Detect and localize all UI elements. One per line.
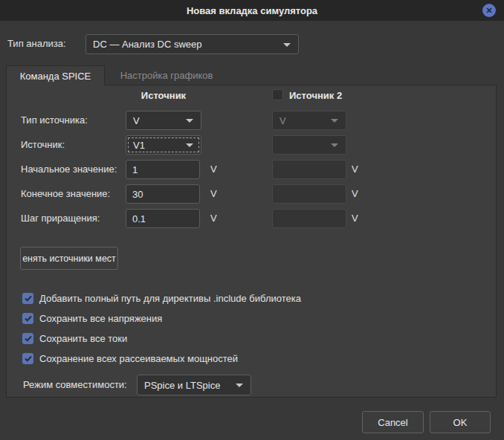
start-value-input[interactable] xyxy=(126,160,200,179)
chevron-down-icon xyxy=(186,143,193,147)
source2-select xyxy=(272,135,346,155)
option-include-path-label: Добавить полный путь для директивы .incl… xyxy=(39,293,301,304)
source2-header: Источник 2 xyxy=(289,88,342,103)
analysis-type-value: DC — Анализ DC sweep xyxy=(93,39,201,50)
step-unit2-label: V xyxy=(352,209,358,228)
tab-graph-settings-label: Настройка графиков xyxy=(120,70,213,81)
step-value-label: Шаг приращения: xyxy=(21,209,100,228)
step-unit-label: V xyxy=(210,209,217,228)
check-icon xyxy=(25,315,32,322)
source2-type-select: V xyxy=(272,111,346,130)
stop-value2-input xyxy=(272,184,346,204)
checkbox-checked[interactable] xyxy=(22,353,33,364)
stop-unit2-label: V xyxy=(352,184,358,204)
simulator-dialog: Новая вкладка симулятора ✕ Тип анализа: … xyxy=(0,0,504,440)
analysis-type-select[interactable]: DC — Анализ DC sweep xyxy=(85,34,299,54)
check-icon xyxy=(25,335,32,342)
close-icon: ✕ xyxy=(485,7,492,15)
chevron-down-icon xyxy=(186,119,193,123)
source-label: Источник: xyxy=(21,135,65,155)
analysis-type-label: Тип анализа: xyxy=(7,34,66,54)
swap-sources-button[interactable]: енять источники мест xyxy=(20,247,118,270)
stop-value-input[interactable] xyxy=(126,184,200,204)
tab-spice-command[interactable]: Команда SPICE xyxy=(6,65,105,85)
start-value2-input xyxy=(272,160,346,179)
dialog-title: Новая вкладка симулятора xyxy=(187,5,317,16)
chevron-down-icon xyxy=(283,43,291,47)
source1-select[interactable]: V1 xyxy=(126,135,201,155)
start-unit2-label: V xyxy=(352,160,358,179)
source1-value: V1 xyxy=(133,140,145,151)
chevron-down-icon xyxy=(331,119,338,123)
stop-unit-label: V xyxy=(210,184,217,204)
titlebar: Новая вкладка симулятора ✕ xyxy=(0,0,504,21)
checkbox-checked[interactable] xyxy=(22,333,33,344)
option-save-voltages-label: Сохранить все напряжения xyxy=(39,313,162,324)
step-value2-input xyxy=(272,209,346,228)
source1-type-value: V xyxy=(133,115,140,126)
ok-button[interactable]: OK xyxy=(430,411,491,433)
start-value-label: Начальное значение: xyxy=(21,160,117,179)
tab-spice-command-label: Команда SPICE xyxy=(20,71,91,82)
cancel-button[interactable]: Cancel xyxy=(362,411,424,433)
source2-type-value: V xyxy=(280,115,286,126)
step-value-input[interactable] xyxy=(126,209,200,228)
checkbox-checked[interactable] xyxy=(22,313,33,324)
option-save-currents[interactable]: Сохранить все токи xyxy=(22,332,127,344)
start-unit-label: V xyxy=(210,160,217,179)
tab-graph-settings[interactable]: Настройка графиков xyxy=(105,65,228,85)
close-button[interactable]: ✕ xyxy=(482,4,496,17)
checkbox-checked[interactable] xyxy=(22,293,33,304)
check-icon xyxy=(25,355,32,362)
source2-enable-checkbox[interactable] xyxy=(272,89,283,100)
stop-value-label: Конечное значение: xyxy=(21,184,110,204)
option-include-path[interactable]: Добавить полный путь для директивы .incl… xyxy=(22,292,301,304)
source-type-label: Тип источника: xyxy=(21,111,88,130)
check-icon xyxy=(25,295,32,302)
option-save-currents-label: Сохранить все токи xyxy=(39,333,127,344)
source1-type-select[interactable]: V xyxy=(126,111,201,130)
spice-command-panel: Источник Источник 2 Тип источника: V V И… xyxy=(6,85,497,398)
chevron-down-icon xyxy=(236,384,243,387)
option-save-powers[interactable]: Сохранение всех рассеиваемых мощностей xyxy=(22,352,238,364)
chevron-down-icon xyxy=(331,143,338,147)
option-save-powers-label: Сохранение всех рассеиваемых мощностей xyxy=(39,353,238,364)
compat-mode-value: PSpice и LTSpice xyxy=(144,380,220,391)
compat-mode-label: Режим совместимости: xyxy=(23,375,127,395)
compat-mode-select[interactable]: PSpice и LTSpice xyxy=(137,375,251,395)
option-save-voltages[interactable]: Сохранить все напряжения xyxy=(22,312,162,324)
source1-header: Источник xyxy=(126,88,201,103)
